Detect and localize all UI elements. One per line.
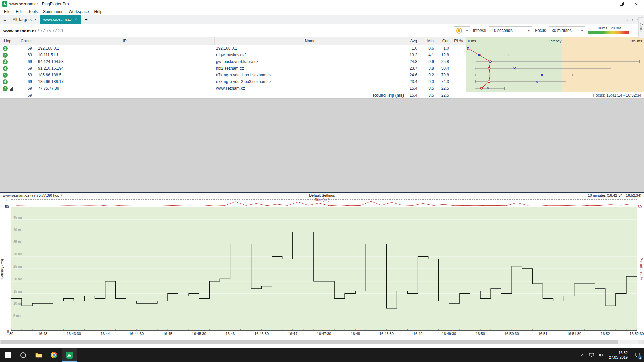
scroll-tabs-left-icon[interactable]: ‹ — [626, 17, 628, 22]
table-row[interactable]: 7 69 77.75.77.39 www.seznam.cz 15.4 8.5 … — [0, 85, 644, 92]
x-axis-tick-label: 16:51 — [538, 331, 548, 336]
taskbar-clock[interactable]: 16:52 27.03.2019 — [606, 348, 631, 362]
graph-range-label[interactable]: 10 minutes (16:42:34 - 16:52:34) — [588, 193, 641, 197]
target-ip: / 77.75.77.39 — [37, 28, 63, 33]
x-axis-tick-label: 16:46 — [226, 331, 235, 336]
latency-time-plot[interactable]: 45 ms40 ms35 ms30 ms25 ms20 ms15 ms10 ms… — [11, 207, 637, 331]
name-cell: nix2.seznam.cz — [215, 66, 406, 71]
tab-www-seznam-cz[interactable]: www.seznam.cz ✓ — [40, 15, 81, 24]
avg-cell: 23.7 — [406, 66, 419, 71]
table-row[interactable]: 4 69 91.210.16.194 nix2.seznam.cz 23.7 8… — [0, 65, 644, 72]
action-center-button[interactable]: 2 — [631, 348, 644, 362]
svg-text:35 ms: 35 ms — [13, 240, 22, 244]
target-header: www.seznam.cz / 77.75.77.39 ▾ Interval 1… — [0, 24, 644, 37]
x-axis-tick-label: 16:51:30 — [567, 331, 581, 336]
alerts-side-tab[interactable]: Alerts — [638, 17, 644, 38]
header-latency: Latency — [466, 39, 644, 43]
close-button[interactable]: × — [629, 0, 644, 8]
hop-number-badge: 2 — [3, 53, 8, 58]
tab-bar: ≡ All Targets × www.seznam.cz ✓ + ‹ › ▾ — [0, 15, 644, 24]
header-avg[interactable]: Avg — [406, 37, 419, 45]
table-row[interactable]: 3 69 94.124.104.53 gw-touskovnet.kaora.c… — [0, 58, 644, 65]
trace-control: ▾ — [454, 26, 470, 35]
latency-gradient-bar — [588, 31, 629, 34]
time-graph-header: www.seznam.cz (77.75.77.39) hop 7 Defaul… — [0, 193, 644, 198]
header-hop[interactable]: Hop — [0, 37, 17, 45]
min-cell: 9.2 — [419, 73, 436, 77]
volume-tray-button[interactable] — [596, 348, 606, 362]
menu-help[interactable]: Help — [92, 9, 105, 14]
graph-settings-label[interactable]: Default Settings — [309, 193, 335, 197]
count-cell: 69 — [17, 86, 35, 91]
avg-cell: 23.4 — [406, 79, 419, 84]
legend-200ms-label: 200ms — [611, 26, 621, 30]
table-row[interactable]: 1 69 192.168.0.1 192.168.0.1 1.0 0.6 1.0 — [0, 45, 644, 52]
menu-bar: FileEditToolsSummariesWorkspaceHelp — [0, 8, 644, 15]
target-list-icon[interactable]: ≡ — [0, 15, 9, 24]
close-tab-icon[interactable]: × — [34, 17, 37, 22]
scroll-tabs-right-icon[interactable]: › — [632, 17, 633, 22]
menu-workspace[interactable]: Workspace — [66, 9, 92, 14]
restore-button[interactable] — [613, 0, 629, 8]
interval-select[interactable]: 10 seconds ▾ — [489, 26, 532, 35]
scrollbar-thumb[interactable] — [1, 340, 618, 344]
graph-scrollbar[interactable] — [0, 340, 644, 344]
windows-taskbar: 16:52 27.03.2019 2 — [0, 348, 644, 362]
svg-text:10 ms: 10 ms — [13, 302, 22, 305]
name-cell: n7k-ng-b-vdc-2-po3.seznam.cz — [215, 79, 406, 84]
network-tray-button[interactable] — [587, 348, 596, 362]
header-min[interactable]: Min — [419, 37, 436, 45]
start-button[interactable] — [0, 348, 15, 362]
latency-scale-legend: 100ms 200ms — [588, 26, 629, 35]
pause-button[interactable] — [454, 27, 464, 35]
focus-label: Focus — [535, 28, 546, 33]
tray-expand-button[interactable] — [580, 348, 587, 362]
x-axis-tick-label: 16:44:30 — [129, 331, 144, 336]
header-ip[interactable]: IP — [35, 37, 215, 45]
menu-edit[interactable]: Edit — [13, 9, 25, 14]
cortana-search-button[interactable] — [15, 348, 31, 362]
x-axis-tick-label: 16:50 — [476, 331, 485, 336]
jitter-strip: 35 Jitter (ms) — [0, 198, 644, 207]
summary-row: 69 Round Trip (ms) 15.4 8.5 22.5 Focus: … — [0, 92, 644, 99]
new-tab-button[interactable]: + — [81, 15, 91, 24]
count-cell: 69 — [17, 73, 35, 77]
ip-cell: 185.66.188.17 — [35, 79, 215, 84]
table-row[interactable]: 5 69 185.66.188.5 n7k-ng-b-vdc-1-po1.sez… — [0, 72, 644, 78]
svg-text:40 ms: 40 ms — [13, 228, 22, 232]
latency-cell-background — [466, 65, 644, 72]
svg-text:45 ms: 45 ms — [13, 216, 22, 219]
x-axis-tick-label: 30 — [9, 331, 13, 336]
latency-time-chart: 45 ms40 ms35 ms30 ms25 ms20 ms15 ms10 ms… — [11, 207, 637, 330]
focus-range-label: Focus: 16:41:14 - 16:52:34 — [466, 93, 644, 98]
table-row[interactable]: 2 69 10.111.51.1 r-igw.touskov.czf 13.2 … — [0, 52, 644, 58]
file-explorer-button[interactable] — [31, 348, 46, 362]
chevron-down-icon: ▾ — [526, 29, 532, 32]
packet-loss-max-label: 30 — [638, 205, 642, 209]
ip-cell: 91.210.16.194 — [35, 66, 215, 71]
menu-file[interactable]: File — [1, 9, 13, 14]
x-axis-tick-label: 16:46:30 — [254, 331, 269, 336]
clock-time: 16:52 — [609, 350, 628, 355]
x-axis-tick-label: 16:45:30 — [192, 331, 206, 336]
pause-dropdown[interactable]: ▾ — [464, 27, 470, 35]
tab-all-targets[interactable]: All Targets × — [9, 15, 40, 24]
focus-select[interactable]: 30 minutes ▾ — [549, 26, 585, 35]
menu-tools[interactable]: Tools — [25, 9, 40, 14]
target-host: www.seznam.cz — [3, 28, 37, 33]
menu-summaries[interactable]: Summaries — [40, 9, 66, 14]
pingplotter-taskbar-button[interactable] — [62, 348, 77, 362]
latency-cell-background — [466, 58, 644, 65]
header-count[interactable]: Count — [17, 37, 35, 45]
header-name[interactable]: Name — [215, 37, 406, 45]
network-icon — [589, 353, 594, 357]
minimize-button[interactable] — [598, 0, 613, 8]
search-icon — [20, 352, 26, 358]
chrome-button[interactable] — [46, 348, 62, 362]
header-cur[interactable]: Cur — [436, 37, 451, 45]
table-row[interactable]: 6 69 185.66.188.17 n7k-ng-b-vdc-2-po3.se… — [0, 78, 644, 85]
header-packet-loss[interactable]: PL% — [451, 37, 466, 45]
minimize-icon — [604, 4, 607, 4]
x-axis-tick-label: 16:49 — [413, 331, 423, 336]
x-axis-tick-label: 16:47 — [288, 331, 298, 336]
